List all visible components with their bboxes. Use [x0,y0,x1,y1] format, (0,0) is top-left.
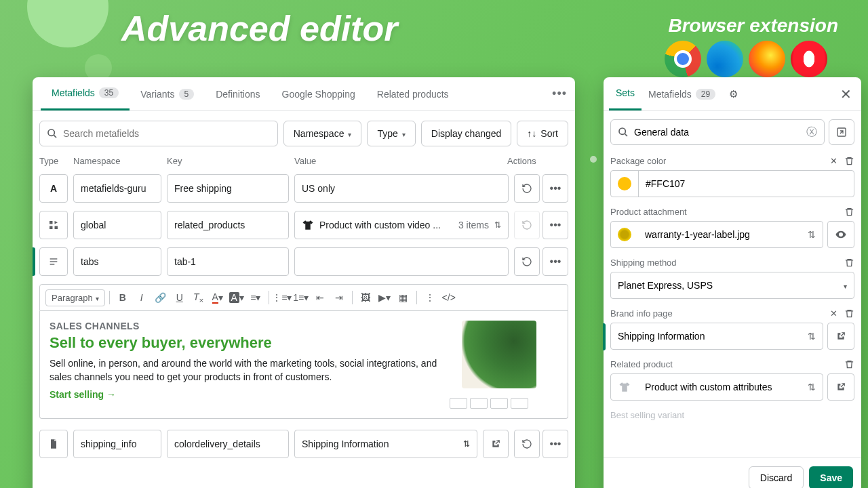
sort-icon: ↑↓ [527,128,536,139]
close-icon[interactable]: ✕ [836,82,856,106]
undo-button[interactable] [514,430,540,458]
ext-search[interactable]: ⓧ [610,119,825,145]
trash-icon[interactable] [844,207,854,217]
field-label: Related product [610,359,837,369]
link-button[interactable]: 🔗 [152,289,170,306]
select-icon: ⇅ [808,382,816,392]
undo-button[interactable] [514,174,540,203]
namespace-input[interactable]: metafields-guru [73,174,161,203]
key-input[interactable]: related_products [167,211,289,239]
underline-button[interactable]: U [171,289,189,306]
image-button[interactable]: 🖼 [357,289,374,306]
rte-block-label: Paragraph [52,293,93,303]
highlight-button[interactable]: A▾ [228,289,245,306]
value-select[interactable]: Shipping Information⇅ [294,430,477,458]
rte-more-button[interactable]: ⋮ [421,289,439,306]
tab-sets[interactable]: Sets [609,77,642,110]
discard-button[interactable]: Discard [749,466,804,488]
search-icon [618,127,629,138]
tab-count: 35 [99,87,119,98]
bold-button[interactable]: B [114,289,132,306]
table-button[interactable]: ▦ [395,289,412,306]
open-external-button[interactable] [483,430,509,458]
tab-google-shopping[interactable]: Google Shopping [271,77,366,110]
save-button[interactable]: Save [809,466,853,488]
namespace-input[interactable]: shipping_info [73,430,161,458]
row-more-button[interactable]: ••• [542,211,568,239]
chrome-icon [665,41,701,77]
value-input[interactable]: US only [294,174,509,203]
tab-variants[interactable]: Variants5 [130,77,205,110]
namespace-filter[interactable]: Namespace [283,121,362,146]
shipping-select[interactable]: Planet Express, USPS [610,272,854,299]
tab-label: Metafields [52,87,95,98]
row-more-button[interactable]: ••• [542,174,568,203]
video-button[interactable]: ▶▾ [376,289,393,306]
open-external-icon[interactable] [827,323,854,350]
value-select[interactable]: Product with custom video ... 3 items ⇅ [294,211,509,239]
bullet-list-button[interactable]: ⋮≡▾ [273,289,291,306]
shipping-value: Planet Express, USPS [611,280,844,291]
namespace-input[interactable]: tabs [73,247,161,276]
tab-metafields[interactable]: Metafields35 [41,77,130,110]
tab-related-products[interactable]: Related products [366,77,460,110]
field-label: Brand info page [610,308,823,319]
rte-heading-large: Sell to every buyer, everywhere [50,334,441,352]
search-input[interactable] [63,128,271,139]
undo-button [514,211,540,239]
row-more-button[interactable]: ••• [542,430,568,458]
sort-button[interactable]: ↑↓Sort [517,121,568,146]
row-more-button[interactable]: ••• [542,247,568,276]
rte-block-select[interactable]: Paragraph [45,289,105,306]
value-input[interactable] [294,247,509,276]
trash-icon[interactable] [844,258,854,268]
item-count: 3 items [458,220,489,230]
type-filter[interactable]: Type [367,121,415,146]
file-thumb-icon [618,228,631,241]
trash-icon[interactable] [844,359,854,369]
display-changed-button[interactable]: Display changed [421,121,512,146]
rte-editor[interactable]: SALES CHANNELS Sell to every buyer, ever… [39,311,568,419]
remove-icon[interactable]: ✕ [830,156,837,166]
remove-icon[interactable]: ✕ [830,308,837,319]
preview-icon[interactable] [827,221,854,248]
product-select[interactable]: Product with custom attributes ⇅ [610,373,823,401]
key-input[interactable]: colordelivery_details [167,430,289,458]
file-select[interactable]: warranty-1-year-label.jpg ⇅ [610,221,823,248]
search-metafields[interactable] [39,121,278,146]
code-view-button[interactable]: </> [440,289,458,306]
trash-icon[interactable] [844,156,854,166]
col-actions: Actions [507,156,568,166]
svg-point-0 [48,129,54,136]
text-color-button[interactable]: A▾ [209,289,226,306]
rte-cta-link[interactable]: Start selling → [50,389,441,400]
numbered-list-button[interactable]: 1≡▾ [292,289,310,306]
chevron-down-icon [844,280,847,291]
color-value[interactable]: #FFC107 [639,178,854,189]
indent-button[interactable]: ⇥ [330,289,348,306]
expand-icon[interactable] [829,119,854,145]
tab-definitions[interactable]: Definitions [205,77,271,110]
outdent-button[interactable]: ⇤ [311,289,329,306]
clear-icon[interactable]: ⓧ [806,125,817,140]
trash-icon[interactable] [844,308,854,319]
settings-icon[interactable]: ⚙ [722,84,745,104]
ext-search-input[interactable] [634,127,806,138]
key-input[interactable]: Free shipping [167,174,289,203]
filter-label: Type [377,128,397,139]
namespace-input[interactable]: global [73,211,161,239]
open-external-icon[interactable] [827,373,854,401]
italic-button[interactable]: I [133,289,151,306]
undo-button[interactable] [514,247,540,276]
clear-format-button[interactable]: T× [190,289,208,306]
key-input[interactable]: tab-1 [167,247,289,276]
tabs-more-icon[interactable]: ••• [552,87,567,101]
col-key: Key [167,156,289,166]
brand-select[interactable]: Shipping Information ⇅ [610,323,823,350]
color-input[interactable]: #FFC107 [610,170,854,197]
tab-ext-metafields[interactable]: Metafields29 [642,77,722,110]
align-button[interactable]: ≡▾ [247,289,264,306]
select-icon: ⇅ [808,331,816,342]
extension-panel: Sets Metafields29 ⚙ ✕ ⓧ Package color✕ #… [604,77,861,488]
select-icon: ⇅ [463,439,470,449]
